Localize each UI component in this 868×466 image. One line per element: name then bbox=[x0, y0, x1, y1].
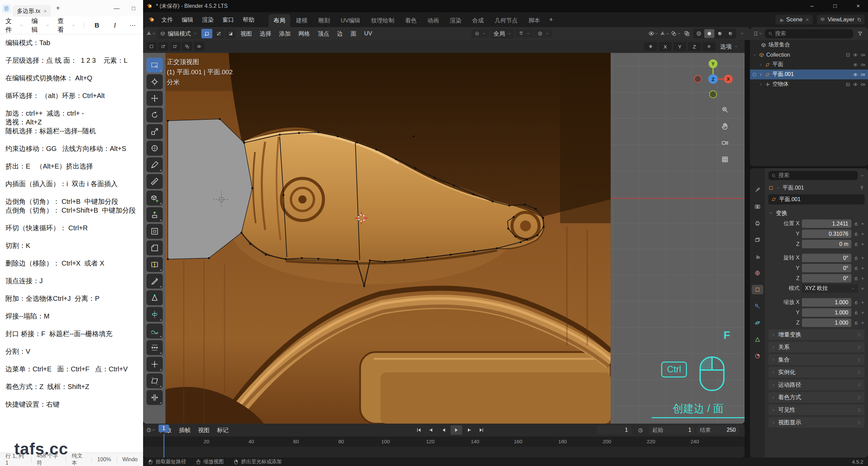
notepad-tab[interactable]: 多边形.tx × bbox=[13, 5, 51, 17]
outliner-row-scene-collection[interactable]: 场景集合 bbox=[750, 40, 868, 50]
workspace-tab-animation[interactable]: 动画 bbox=[422, 14, 444, 27]
section-instancing[interactable]: 实例化 bbox=[768, 367, 865, 377]
menu-render[interactable]: 渲染 bbox=[198, 14, 218, 25]
toggle-ortho-button[interactable] bbox=[719, 154, 730, 164]
notepad-text-area[interactable]: 编辑模式：Tab 子层级选择：点 线 面： 1 2 3 元素：L 在编辑模式切换… bbox=[0, 34, 143, 453]
tool-knife[interactable] bbox=[146, 274, 163, 289]
eye-icon[interactable] bbox=[853, 82, 858, 87]
camera-icon[interactable] bbox=[861, 72, 865, 77]
notepad-menu-view[interactable]: 查看 bbox=[58, 17, 76, 34]
menu-select[interactable]: 选择 bbox=[256, 28, 275, 39]
lock-icon[interactable] bbox=[854, 232, 859, 236]
camera-icon[interactable] bbox=[861, 62, 865, 67]
select-mode-invert-button[interactable] bbox=[182, 42, 192, 51]
section-motion-paths[interactable]: 运动路径 bbox=[768, 380, 865, 390]
tool-bevel[interactable] bbox=[146, 240, 163, 255]
lock-icon[interactable] bbox=[854, 300, 859, 305]
breadcrumb-object-name[interactable]: 平面.001 bbox=[783, 185, 804, 192]
scale-x-field[interactable]: 1.000 bbox=[802, 298, 851, 307]
lock-icon[interactable] bbox=[854, 276, 859, 281]
properties-tab-render[interactable] bbox=[752, 202, 763, 211]
mirror-x-button[interactable]: X bbox=[659, 42, 672, 51]
animate-dot-icon[interactable] bbox=[861, 300, 865, 305]
current-frame-field[interactable]: 1 bbox=[597, 426, 631, 434]
properties-tab-modifiers[interactable] bbox=[752, 302, 763, 311]
outliner-editor-type-button[interactable] bbox=[753, 29, 763, 38]
tool-extrude-region[interactable] bbox=[146, 207, 163, 222]
camera-view-button[interactable] bbox=[719, 138, 730, 148]
shading-material-button[interactable] bbox=[715, 29, 725, 38]
bold-button[interactable]: B bbox=[92, 22, 102, 29]
chevron-right-icon[interactable] bbox=[759, 73, 763, 77]
section-relations[interactable]: 关系 bbox=[768, 342, 865, 352]
camera-icon[interactable] bbox=[861, 82, 865, 87]
scale-y-field[interactable]: 1.000 bbox=[802, 308, 851, 317]
notepad-maximize-button[interactable]: □ bbox=[126, 2, 141, 15]
menu-help[interactable]: 帮助 bbox=[239, 14, 258, 25]
animate-dot-icon[interactable] bbox=[861, 242, 865, 246]
animate-dot-icon[interactable] bbox=[861, 311, 865, 315]
edge-select-button[interactable] bbox=[213, 29, 224, 38]
location-y-field[interactable]: 0.31076 bbox=[802, 230, 851, 238]
workspace-tab-layout[interactable]: 布局 bbox=[269, 14, 290, 27]
checkbox-icon[interactable] bbox=[846, 53, 850, 57]
mode-dropdown[interactable]: 编辑模式 bbox=[157, 28, 200, 39]
animate-dot-icon[interactable] bbox=[861, 256, 865, 260]
timeline-menu-marker[interactable]: 标记 bbox=[214, 425, 232, 435]
timeline-ruler[interactable]: 20 40 60 80 100 120 140 160 180 200 220 … bbox=[143, 436, 745, 447]
eye-icon[interactable] bbox=[853, 62, 858, 67]
gizmos-button[interactable] bbox=[659, 29, 670, 38]
workspace-tab-uv[interactable]: UV编辑 bbox=[336, 14, 366, 27]
menu-file[interactable]: 文件 bbox=[157, 14, 177, 25]
scene-selector[interactable]: Scene bbox=[775, 15, 813, 24]
copy-icon[interactable] bbox=[857, 17, 862, 22]
tool-shrink-flatten[interactable] bbox=[146, 357, 163, 372]
xray-toggle[interactable] bbox=[682, 29, 692, 38]
tool-move[interactable] bbox=[146, 91, 163, 106]
workspace-tab-geometry-nodes[interactable]: 几何节点 bbox=[490, 14, 523, 27]
lock-icon[interactable] bbox=[854, 310, 859, 315]
section-visibility[interactable]: 可见性 bbox=[768, 405, 865, 415]
scale-z-field[interactable]: 1.000 bbox=[802, 318, 851, 327]
vertex-select-button[interactable] bbox=[201, 29, 212, 38]
overlays-button[interactable] bbox=[671, 29, 681, 38]
snap-dropdown[interactable] bbox=[515, 30, 533, 38]
shading-wireframe-button[interactable] bbox=[694, 29, 704, 38]
rotation-mode-dropdown[interactable]: XYZ 欧拉 bbox=[802, 284, 858, 293]
properties-tab-output[interactable] bbox=[752, 218, 763, 228]
timeline-track[interactable] bbox=[143, 447, 745, 458]
rotation-z-field[interactable]: 0° bbox=[802, 274, 851, 283]
editor-type-button[interactable] bbox=[146, 29, 156, 38]
workspace-tab-texture-paint[interactable]: 纹理绘制 bbox=[366, 14, 399, 27]
menu-vertex[interactable]: 顶点 bbox=[314, 28, 333, 39]
menu-face[interactable]: 面 bbox=[347, 28, 360, 39]
outliner-row-plane-001[interactable]: 平面.001 bbox=[750, 70, 868, 79]
section-delta-transform[interactable]: 增量变换 bbox=[768, 329, 865, 340]
notepad-minimize-button[interactable]: — bbox=[109, 2, 124, 15]
tool-edge-slide[interactable] bbox=[146, 340, 163, 355]
tool-cursor[interactable] bbox=[146, 74, 163, 89]
lock-icon[interactable] bbox=[854, 266, 859, 271]
tool-rip-region[interactable] bbox=[146, 390, 163, 405]
notepad-menu-edit[interactable]: 编辑 bbox=[32, 17, 50, 34]
zoom-level[interactable]: 100% bbox=[97, 457, 111, 463]
face-select-button[interactable] bbox=[225, 29, 236, 38]
menu-window[interactable]: 窗口 bbox=[218, 14, 238, 25]
play-reverse-button[interactable] bbox=[438, 425, 450, 435]
tool-poly-build[interactable] bbox=[146, 290, 163, 305]
animate-dot-icon[interactable] bbox=[861, 287, 865, 291]
new-tab-button[interactable]: + bbox=[53, 3, 63, 14]
properties-tab-view-layer[interactable] bbox=[752, 235, 763, 245]
tool-options-dropdown[interactable]: 选项 bbox=[717, 41, 741, 52]
mirror-z-button[interactable]: Z bbox=[688, 42, 701, 51]
tool-smooth[interactable] bbox=[146, 324, 163, 338]
proportional-edit-dropdown[interactable] bbox=[534, 30, 552, 38]
navigation-gizmo[interactable]: Y X Z bbox=[693, 59, 733, 99]
shading-solid-button[interactable] bbox=[704, 29, 714, 38]
timeline-menu-keying[interactable]: 插帧 bbox=[176, 425, 194, 435]
mirror-icon-button[interactable] bbox=[644, 42, 657, 51]
more-options-button[interactable]: ⋯ bbox=[128, 21, 138, 29]
properties-tab-tool[interactable] bbox=[752, 185, 763, 195]
location-z-field[interactable]: 0 m bbox=[802, 240, 851, 248]
notepad-menu-file[interactable]: 文件 bbox=[5, 17, 23, 34]
